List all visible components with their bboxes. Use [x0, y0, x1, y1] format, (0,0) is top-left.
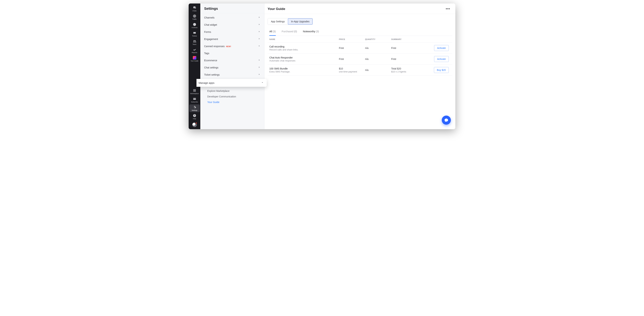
- row-summary-sub: $10 x 2 Agents: [391, 70, 428, 73]
- segment-in-app[interactable]: In-App Upgrades: [288, 18, 312, 25]
- table-row: Call recordingRecord calls and share lin…: [268, 43, 452, 54]
- help-icon: [193, 114, 196, 117]
- rail-marketplace-label: Marketplace: [190, 93, 199, 95]
- card-icon: [193, 97, 196, 101]
- grid-icon: [193, 89, 196, 92]
- settings-list: ChannelsChat widgetFormsEngagementCanned…: [200, 13, 264, 106]
- rail-help[interactable]: Help: [189, 113, 200, 120]
- manage-apps-children: Explore MarketplaceDeveloper Communicati…: [200, 87, 264, 106]
- settings-item-label: Engagement: [204, 38, 218, 41]
- rail-reports[interactable]: Reports: [189, 47, 200, 54]
- tab-purchased[interactable]: Purchased (0): [282, 30, 297, 36]
- row-action-button[interactable]: Activate: [434, 56, 449, 62]
- rail-chats[interactable]: Chats: [189, 5, 200, 13]
- team-icon: [193, 40, 196, 43]
- chevron-right-icon: [258, 16, 260, 19]
- settings-item-label: Ticket settings: [204, 73, 220, 76]
- settings-item-label: Tags: [204, 52, 210, 55]
- chat-bubble-icon: [444, 118, 448, 122]
- rail-marketplace[interactable]: Marketplace: [189, 88, 200, 95]
- rail-archives[interactable]: Archives: [189, 22, 200, 29]
- settings-item-tags[interactable]: Tags: [200, 50, 264, 57]
- manage-apps-link-your-guide[interactable]: Your Guide: [207, 99, 264, 105]
- new-badge: NEW!: [226, 45, 231, 48]
- tab-noteworthy[interactable]: Noteworthy (3): [303, 30, 319, 36]
- rail-traffic-label: Traffic: [192, 19, 197, 20]
- nav-rail: Chats Traffic Archives Tickets Team Repo…: [189, 4, 200, 129]
- col-summary: SUMMARY: [390, 36, 430, 43]
- page-body: App SettingsIn-App Upgrades All (3)Purch…: [264, 14, 455, 76]
- settings-title: Settings: [204, 7, 260, 11]
- table-row: 100 SMS BundleExtra SMS Package.$10one-t…: [268, 65, 452, 76]
- settings-item-ecommerce[interactable]: Ecommerce: [200, 57, 264, 64]
- chevron-right-icon: [258, 38, 260, 41]
- more-menu-button[interactable]: •••: [445, 6, 451, 11]
- rail-settings-label: Settings: [192, 110, 197, 111]
- chevron-right-icon: [258, 45, 260, 48]
- row-price: $10: [339, 67, 362, 70]
- rail-archives-label: Archives: [192, 27, 198, 29]
- chevron-right-icon: [258, 66, 260, 69]
- settings-item-chat-widget[interactable]: Chat widget: [200, 21, 264, 28]
- row-price-sub: one-time payment: [339, 70, 362, 73]
- settings-item-engagement[interactable]: Engagement: [200, 36, 264, 43]
- main-content: Your Guide ••• App SettingsIn-App Upgrad…: [264, 4, 455, 129]
- rail-traffic[interactable]: Traffic: [189, 13, 200, 21]
- row-name: Chat Auto Responder: [269, 56, 336, 59]
- row-price: Free: [339, 58, 362, 60]
- rail-settings[interactable]: Settings: [189, 104, 200, 112]
- table-row: Chat Auto ResponderAutomatic chat respon…: [268, 54, 452, 65]
- settings-item-ticket-settings[interactable]: Ticket settings: [200, 71, 264, 78]
- page-title: Your Guide: [268, 7, 285, 11]
- view-segmented-control: App SettingsIn-App Upgrades: [268, 18, 313, 25]
- row-summary: Total $20: [391, 67, 428, 70]
- settings-item-chat-settings[interactable]: Chat settings: [200, 64, 264, 71]
- manage-apps-link-devcom[interactable]: Developer Communication: [207, 94, 264, 99]
- tab-count: (0): [294, 30, 297, 33]
- col-name: NAME: [268, 36, 337, 43]
- settings-item-label: Manage apps: [198, 81, 214, 84]
- tab-all[interactable]: All (3): [269, 30, 276, 36]
- settings-item-manage-apps[interactable]: Manage apps: [196, 79, 267, 87]
- settings-item-channels[interactable]: Channels: [200, 14, 264, 21]
- row-price: Free: [339, 47, 362, 49]
- row-description: Record calls and share links.: [269, 48, 336, 51]
- rail-chats-label: Chats: [192, 10, 197, 12]
- row-quantity: n/a: [363, 54, 390, 65]
- filter-tabs: All (3)Purchased (0)Noteworthy (3): [268, 30, 452, 36]
- rail-tickets[interactable]: Tickets: [189, 30, 200, 38]
- row-quantity: n/a: [363, 43, 390, 54]
- row-description: Extra SMS Package.: [269, 70, 336, 73]
- target-icon: [193, 14, 196, 18]
- segment-app-settings[interactable]: App Settings: [268, 18, 288, 25]
- settings-item-forms[interactable]: Forms: [200, 28, 264, 36]
- row-name: Call recording: [269, 45, 336, 48]
- settings-item-label: Canned responses: [204, 45, 225, 48]
- tab-count: (3): [273, 30, 276, 33]
- manage-apps-link-explore[interactable]: Explore Marketplace: [207, 88, 264, 94]
- gear-icon: [193, 105, 196, 109]
- rail-subscribe[interactable]: Subscribe: [189, 96, 200, 104]
- rail-help-label: Help: [193, 118, 196, 120]
- chevron-right-icon: [258, 23, 260, 26]
- user-avatar[interactable]: [192, 122, 197, 127]
- upgrades-table: NAME PRICE QUANTITY SUMMARY Call recordi…: [268, 36, 452, 76]
- settings-item-label: Ecommerce: [204, 59, 217, 62]
- tab-label: All: [269, 30, 272, 33]
- guide-app-icon: [193, 56, 196, 60]
- chevron-right-icon: [261, 81, 264, 84]
- row-action-button[interactable]: Buy $20: [434, 67, 449, 73]
- chevron-right-icon: [258, 59, 260, 62]
- chat-fab[interactable]: [442, 116, 451, 125]
- rail-team[interactable]: Team: [189, 38, 200, 46]
- app-shell: Chats Traffic Archives Tickets Team Repo…: [189, 4, 455, 129]
- settings-item-canned[interactable]: Canned responsesNEW!: [200, 43, 264, 50]
- tab-count: (3): [316, 30, 319, 33]
- rail-reports-label: Reports: [192, 52, 197, 54]
- rail-your-guide[interactable]: Your Guide: [189, 55, 200, 63]
- settings-item-label: Channels: [204, 16, 214, 19]
- tab-label: Noteworthy: [303, 30, 316, 33]
- rail-team-label: Team: [192, 44, 196, 45]
- row-action-button[interactable]: Activate: [434, 45, 449, 51]
- settings-item-label: Chat widget: [204, 23, 217, 26]
